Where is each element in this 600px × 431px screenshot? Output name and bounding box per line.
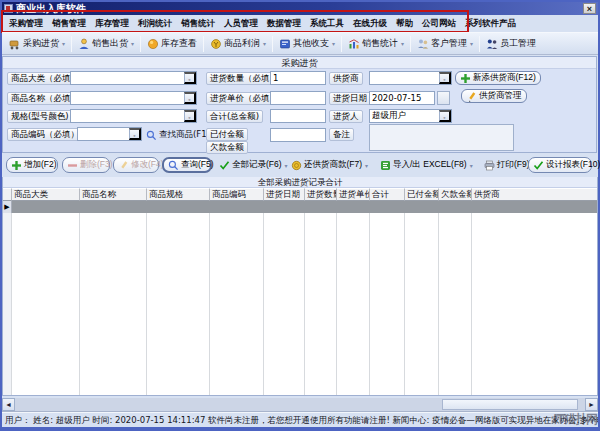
toolbar-customer-mgmt[interactable]: 客户管理 ▾ (414, 35, 476, 52)
qty-input[interactable] (270, 71, 326, 85)
table-column (370, 213, 405, 395)
code-combo[interactable]: ◦ (77, 127, 142, 141)
repay-supplier-button[interactable]: 还供货商款(F7) ▾ (289, 158, 370, 172)
scroll-thumb[interactable] (442, 399, 578, 410)
minus-icon (67, 160, 78, 171)
excel-button[interactable]: 导入/出 EXCEL(F8) ▾ (378, 158, 475, 172)
all-records-button[interactable]: 全部记录(F6) ▾ (217, 158, 290, 172)
owed-label: 欠款金额 (206, 141, 248, 154)
code-input[interactable] (78, 128, 129, 140)
buyer-dropdown-icon[interactable]: ◦ (439, 110, 451, 122)
column-header[interactable]: 进货日期 (264, 188, 305, 201)
close-button[interactable]: × (583, 3, 596, 14)
menu-staff-mgmt[interactable]: 人员管理 (222, 18, 260, 30)
form-title: 采购进货 (3, 57, 596, 69)
buyer-combo[interactable]: ◦ (369, 109, 452, 123)
code-dropdown-icon[interactable]: ◦ (129, 128, 141, 140)
supplier-combo[interactable]: ◦ (369, 71, 452, 85)
add-button[interactable]: 增加(F2) (6, 157, 58, 173)
pencil-icon (466, 91, 477, 102)
profit-coin-icon (210, 38, 222, 50)
pencil-icon (118, 160, 129, 171)
toolbar-separator (341, 36, 342, 52)
column-header[interactable]: 商品编码 (210, 188, 264, 201)
column-header[interactable]: 进货单价 (337, 188, 370, 201)
column-header[interactable]: 欠款金额 (439, 188, 472, 201)
menu-online-upgrade[interactable]: 在线升级 (351, 18, 389, 30)
column-header[interactable]: 合计 (370, 188, 405, 201)
find-product-button[interactable]: 查找商品(F11) (146, 129, 215, 141)
buyer-label: 进货人 (329, 110, 363, 123)
name-input[interactable] (71, 92, 184, 104)
date-picker-button[interactable] (437, 91, 450, 105)
column-header[interactable]: 进货数量 (305, 188, 337, 201)
toolbar-stock-view[interactable]: 库存查看 (144, 35, 200, 52)
menu-product-series[interactable]: 系列软件产品 (463, 18, 518, 30)
chevron-down-icon: ▾ (332, 40, 335, 47)
name-dropdown-icon[interactable]: ◦ (184, 92, 196, 104)
supplier-dropdown-icon[interactable]: ◦ (439, 72, 451, 84)
spec-combo[interactable]: ◦ (70, 109, 197, 123)
note-textarea[interactable] (369, 124, 514, 151)
toolbar-employee-mgmt[interactable]: 员工管理 (483, 35, 539, 52)
menu-stock-mgmt[interactable]: 库存管理 (93, 18, 131, 30)
name-combo[interactable]: ◦ (70, 91, 197, 105)
printer-icon (484, 160, 495, 171)
toolbar-separator (272, 36, 273, 52)
toolbar-product-profit[interactable]: 商品利润 ▾ (207, 35, 269, 52)
column-header[interactable]: 商品规格 (147, 188, 210, 201)
category-combo[interactable]: ◦ (70, 71, 197, 85)
supplier-input[interactable] (370, 72, 439, 84)
manage-supplier-button[interactable]: 供货商管理 (461, 89, 527, 103)
add-supplier-button[interactable]: 新添供货商(F12) (455, 71, 541, 85)
paid-input[interactable] (270, 128, 326, 142)
toolbar-sales-out[interactable]: 销售出货 ▾ (75, 35, 137, 52)
menu-system-tools[interactable]: 系统工具 (308, 18, 346, 30)
modify-button[interactable]: 修改(F4) (113, 157, 159, 173)
menu-sales-stats[interactable]: 销售统计 (179, 18, 217, 30)
excel-icon (380, 160, 391, 171)
column-header[interactable]: 已付金额 (405, 188, 439, 201)
toolbar-other-income[interactable]: 其他收支 ▾ (276, 35, 338, 52)
app-window: 商业出入库软件 × 采购管理 销售管理 库存管理 利润统计 销售统计 人员管理 … (0, 0, 600, 431)
date-input[interactable] (369, 91, 435, 105)
selected-empty-row[interactable]: ▶ (3, 201, 597, 213)
spec-dropdown-icon[interactable]: ◦ (184, 110, 196, 122)
menu-company-site[interactable]: 公司网站 (420, 18, 458, 30)
total-input[interactable] (270, 109, 326, 123)
menu-sales-mgmt[interactable]: 销售管理 (50, 18, 88, 30)
note-label: 备注 (329, 128, 354, 141)
scroll-left-icon[interactable]: ◄ (2, 398, 15, 411)
category-dropdown-icon[interactable]: ◦ (184, 72, 196, 84)
cart-icon (9, 38, 21, 50)
column-header[interactable]: 供货商 (472, 188, 597, 201)
menu-profit-stats[interactable]: 利润统计 (136, 18, 174, 30)
toolbar-label: 其他收支 (293, 37, 329, 50)
table-body[interactable] (3, 213, 597, 395)
menu-purchase-mgmt[interactable]: 采购管理 (7, 18, 45, 30)
app-icon (4, 4, 13, 13)
delete-button[interactable]: 删除(F3) (62, 157, 110, 173)
menu-help[interactable]: 帮助 (394, 18, 415, 30)
close-icon: × (587, 4, 592, 14)
horizontal-scrollbar[interactable]: ◄ ► (2, 398, 598, 411)
table-column (147, 213, 210, 395)
spec-input[interactable] (71, 110, 184, 122)
toolbar-label: 客户管理 (431, 37, 467, 50)
menu-data-mgmt[interactable]: 数据管理 (265, 18, 303, 30)
titlebar[interactable]: 商业出入库软件 × (2, 2, 598, 15)
toolbar-sales-stats[interactable]: 销售统计 ▾ (345, 35, 407, 52)
chevron-down-icon: ▾ (470, 162, 473, 169)
price-input[interactable] (270, 91, 326, 105)
design-report-button[interactable]: 设计报表(F10) (528, 157, 592, 173)
category-input[interactable] (71, 72, 184, 84)
check-icon (219, 160, 230, 171)
scroll-right-icon[interactable]: ► (585, 398, 598, 411)
window-title: 商业出入库软件 (16, 2, 86, 15)
toolbar-purchase-in[interactable]: 采购进货 ▾ (6, 35, 68, 52)
buyer-input[interactable] (370, 110, 439, 122)
column-header[interactable]: 商品大类 (12, 188, 80, 201)
column-header[interactable]: 商品名称 (80, 188, 147, 201)
query-button[interactable]: 查询(F5) (162, 157, 212, 173)
statusbar: 用户： 姓名: 超级用户 时间: 2020-07-15 14:11:47 软件尚… (2, 412, 598, 427)
